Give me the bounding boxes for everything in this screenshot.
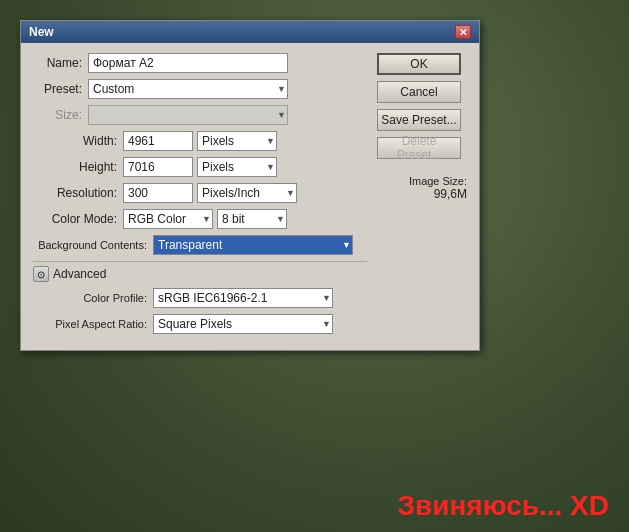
resolution-unit-select[interactable]: Pixels/Inch Pixels/Centimeter [197,183,297,203]
resolution-unit-wrapper: Pixels/Inch Pixels/Centimeter ▼ [197,183,297,203]
colorprofile-label: Color Profile: [33,292,153,304]
advanced-toggle-icon: ⊙ [37,269,45,280]
bgcontent-select[interactable]: Transparent White Background Color [153,235,353,255]
colormode-select-wrapper: RGB Color Bitmap Grayscale CMYK Color ▼ [123,209,213,229]
ok-button[interactable]: OK [377,53,461,75]
colorprofile-select[interactable]: sRGB IEC61966-2.1 [153,288,333,308]
height-label: Height: [33,160,123,174]
pixratio-row: Pixel Aspect Ratio: Square Pixels ▼ [33,314,367,334]
left-panel: Name: Preset: Custom Default Photoshop S… [33,53,367,340]
colormode-row: Color Mode: RGB Color Bitmap Grayscale C… [33,209,367,229]
colormode-label: Color Mode: [33,212,123,226]
close-icon: ✕ [459,27,467,38]
cancel-button[interactable]: Cancel [377,81,461,103]
width-row: Width: Pixels Inches Centimeters ▼ [33,131,367,151]
save-preset-button[interactable]: Save Preset... [377,109,461,131]
name-row: Name: [33,53,367,73]
width-label: Width: [33,134,123,148]
name-input[interactable] [88,53,288,73]
height-unit-select[interactable]: Pixels Inches Centimeters [197,157,277,177]
close-button[interactable]: ✕ [455,25,471,39]
size-row: Size: ▼ [33,105,367,125]
width-unit-wrapper: Pixels Inches Centimeters ▼ [197,131,277,151]
resolution-label: Resolution: [33,186,123,200]
name-label: Name: [33,56,88,70]
preset-label: Preset: [33,82,88,96]
pixratio-label: Pixel Aspect Ratio: [33,318,153,330]
size-label: Size: [33,108,88,122]
size-select-wrapper: ▼ [88,105,288,125]
height-input[interactable] [123,157,193,177]
resolution-input[interactable] [123,183,193,203]
bitdepth-select[interactable]: 8 bit 16 bit 32 bit [217,209,287,229]
preset-select-wrapper: Custom Default Photoshop Size Letter ▼ [88,79,288,99]
colorprofile-row: Color Profile: sRGB IEC61966-2.1 ▼ [33,288,367,308]
bitdepth-select-wrapper: 8 bit 16 bit 32 bit ▼ [217,209,287,229]
image-size-area: Image Size: 99,6M [377,175,467,201]
width-unit-select[interactable]: Pixels Inches Centimeters [197,131,277,151]
size-select[interactable] [88,105,288,125]
height-row: Height: Pixels Inches Centimeters ▼ [33,157,367,177]
colorprofile-select-wrapper: sRGB IEC61966-2.1 ▼ [153,288,333,308]
height-unit-wrapper: Pixels Inches Centimeters ▼ [197,157,277,177]
pixratio-select[interactable]: Square Pixels [153,314,333,334]
advanced-label: Advanced [53,267,106,281]
title-bar: New ✕ [21,21,479,43]
preset-select[interactable]: Custom Default Photoshop Size Letter [88,79,288,99]
bgcontent-select-wrapper: Transparent White Background Color ▼ [153,235,353,255]
pixratio-select-wrapper: Square Pixels ▼ [153,314,333,334]
resolution-row: Resolution: Pixels/Inch Pixels/Centimete… [33,183,367,203]
colormode-select[interactable]: RGB Color Bitmap Grayscale CMYK Color [123,209,213,229]
width-input[interactable] [123,131,193,151]
dialog-title: New [29,25,54,39]
footer-text: Звиняюсь... XD [397,490,609,522]
image-size-label: Image Size: [377,175,467,187]
new-dialog: New ✕ Name: Preset: Custom Default Photo… [20,20,480,351]
advanced-section: ⊙ Advanced Color Profile: sRGB IEC61966-… [33,261,367,334]
bgcontent-row: Background Contents: Transparent White B… [33,235,367,255]
advanced-toggle-button[interactable]: ⊙ [33,266,49,282]
image-size-value: 99,6M [377,187,467,201]
advanced-header: ⊙ Advanced [33,266,367,282]
right-panel: OK Cancel Save Preset... Delete Preset..… [377,53,467,340]
bgcontent-label: Background Contents: [33,239,153,251]
preset-row: Preset: Custom Default Photoshop Size Le… [33,79,367,99]
dialog-body: Name: Preset: Custom Default Photoshop S… [21,43,479,350]
delete-preset-button[interactable]: Delete Preset... [377,137,461,159]
